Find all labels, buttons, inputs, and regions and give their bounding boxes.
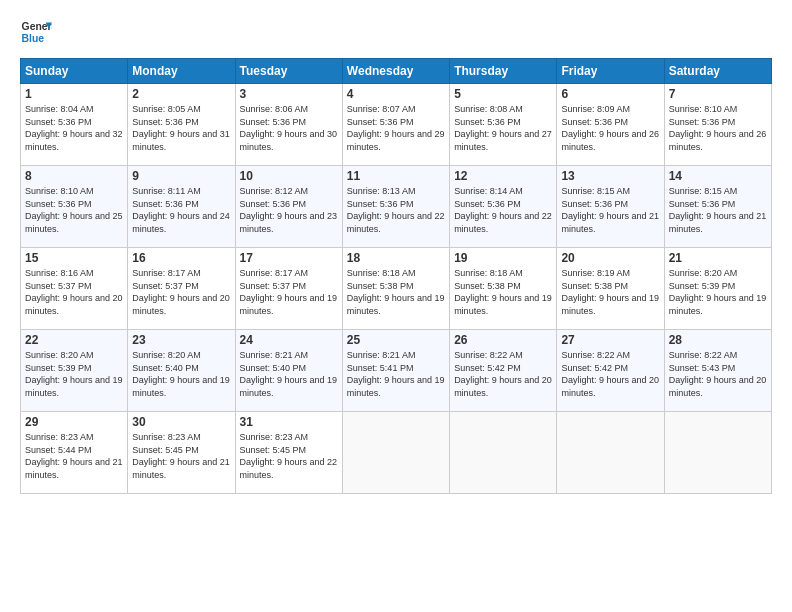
day-number: 7 (669, 87, 767, 101)
day-cell: 8 Sunrise: 8:10 AMSunset: 5:36 PMDayligh… (21, 166, 128, 248)
day-cell: 7 Sunrise: 8:10 AMSunset: 5:36 PMDayligh… (664, 84, 771, 166)
day-number: 4 (347, 87, 445, 101)
day-number: 9 (132, 169, 230, 183)
weekday-thursday: Thursday (450, 59, 557, 84)
day-info: Sunrise: 8:08 AMSunset: 5:36 PMDaylight:… (454, 103, 552, 153)
weekday-monday: Monday (128, 59, 235, 84)
day-info: Sunrise: 8:17 AMSunset: 5:37 PMDaylight:… (132, 267, 230, 317)
day-number: 2 (132, 87, 230, 101)
day-number: 20 (561, 251, 659, 265)
day-number: 15 (25, 251, 123, 265)
day-number: 31 (240, 415, 338, 429)
day-number: 22 (25, 333, 123, 347)
day-cell: 6 Sunrise: 8:09 AMSunset: 5:36 PMDayligh… (557, 84, 664, 166)
day-cell: 13 Sunrise: 8:15 AMSunset: 5:36 PMDaylig… (557, 166, 664, 248)
day-info: Sunrise: 8:04 AMSunset: 5:36 PMDaylight:… (25, 103, 123, 153)
day-info: Sunrise: 8:09 AMSunset: 5:36 PMDaylight:… (561, 103, 659, 153)
week-row-1: 1 Sunrise: 8:04 AMSunset: 5:36 PMDayligh… (21, 84, 772, 166)
day-cell: 25 Sunrise: 8:21 AMSunset: 5:41 PMDaylig… (342, 330, 449, 412)
week-row-4: 22 Sunrise: 8:20 AMSunset: 5:39 PMDaylig… (21, 330, 772, 412)
day-cell: 19 Sunrise: 8:18 AMSunset: 5:38 PMDaylig… (450, 248, 557, 330)
day-info: Sunrise: 8:05 AMSunset: 5:36 PMDaylight:… (132, 103, 230, 153)
day-info: Sunrise: 8:22 AMSunset: 5:42 PMDaylight:… (561, 349, 659, 399)
day-info: Sunrise: 8:23 AMSunset: 5:45 PMDaylight:… (132, 431, 230, 481)
day-cell: 16 Sunrise: 8:17 AMSunset: 5:37 PMDaylig… (128, 248, 235, 330)
day-number: 8 (25, 169, 123, 183)
day-number: 25 (347, 333, 445, 347)
weekday-wednesday: Wednesday (342, 59, 449, 84)
day-number: 12 (454, 169, 552, 183)
day-number: 28 (669, 333, 767, 347)
day-number: 17 (240, 251, 338, 265)
day-info: Sunrise: 8:10 AMSunset: 5:36 PMDaylight:… (25, 185, 123, 235)
day-info: Sunrise: 8:17 AMSunset: 5:37 PMDaylight:… (240, 267, 338, 317)
week-row-3: 15 Sunrise: 8:16 AMSunset: 5:37 PMDaylig… (21, 248, 772, 330)
day-info: Sunrise: 8:14 AMSunset: 5:36 PMDaylight:… (454, 185, 552, 235)
day-info: Sunrise: 8:19 AMSunset: 5:38 PMDaylight:… (561, 267, 659, 317)
day-cell: 1 Sunrise: 8:04 AMSunset: 5:36 PMDayligh… (21, 84, 128, 166)
day-cell (450, 412, 557, 494)
day-number: 14 (669, 169, 767, 183)
day-cell: 24 Sunrise: 8:21 AMSunset: 5:40 PMDaylig… (235, 330, 342, 412)
weekday-header-row: SundayMondayTuesdayWednesdayThursdayFrid… (21, 59, 772, 84)
day-cell: 27 Sunrise: 8:22 AMSunset: 5:42 PMDaylig… (557, 330, 664, 412)
day-info: Sunrise: 8:21 AMSunset: 5:41 PMDaylight:… (347, 349, 445, 399)
header: General Blue (20, 16, 772, 48)
day-info: Sunrise: 8:20 AMSunset: 5:39 PMDaylight:… (25, 349, 123, 399)
day-cell (664, 412, 771, 494)
day-info: Sunrise: 8:11 AMSunset: 5:36 PMDaylight:… (132, 185, 230, 235)
day-cell: 2 Sunrise: 8:05 AMSunset: 5:36 PMDayligh… (128, 84, 235, 166)
day-number: 13 (561, 169, 659, 183)
day-info: Sunrise: 8:06 AMSunset: 5:36 PMDaylight:… (240, 103, 338, 153)
day-cell (557, 412, 664, 494)
day-info: Sunrise: 8:18 AMSunset: 5:38 PMDaylight:… (347, 267, 445, 317)
day-number: 6 (561, 87, 659, 101)
day-cell: 10 Sunrise: 8:12 AMSunset: 5:36 PMDaylig… (235, 166, 342, 248)
day-number: 27 (561, 333, 659, 347)
day-info: Sunrise: 8:22 AMSunset: 5:42 PMDaylight:… (454, 349, 552, 399)
day-info: Sunrise: 8:21 AMSunset: 5:40 PMDaylight:… (240, 349, 338, 399)
week-row-5: 29 Sunrise: 8:23 AMSunset: 5:44 PMDaylig… (21, 412, 772, 494)
day-info: Sunrise: 8:15 AMSunset: 5:36 PMDaylight:… (669, 185, 767, 235)
day-number: 26 (454, 333, 552, 347)
day-number: 16 (132, 251, 230, 265)
week-row-2: 8 Sunrise: 8:10 AMSunset: 5:36 PMDayligh… (21, 166, 772, 248)
day-cell: 14 Sunrise: 8:15 AMSunset: 5:36 PMDaylig… (664, 166, 771, 248)
day-cell: 18 Sunrise: 8:18 AMSunset: 5:38 PMDaylig… (342, 248, 449, 330)
day-cell: 17 Sunrise: 8:17 AMSunset: 5:37 PMDaylig… (235, 248, 342, 330)
day-cell: 3 Sunrise: 8:06 AMSunset: 5:36 PMDayligh… (235, 84, 342, 166)
day-info: Sunrise: 8:22 AMSunset: 5:43 PMDaylight:… (669, 349, 767, 399)
weekday-tuesday: Tuesday (235, 59, 342, 84)
day-cell: 20 Sunrise: 8:19 AMSunset: 5:38 PMDaylig… (557, 248, 664, 330)
day-number: 29 (25, 415, 123, 429)
day-cell: 26 Sunrise: 8:22 AMSunset: 5:42 PMDaylig… (450, 330, 557, 412)
day-info: Sunrise: 8:20 AMSunset: 5:39 PMDaylight:… (669, 267, 767, 317)
day-info: Sunrise: 8:12 AMSunset: 5:36 PMDaylight:… (240, 185, 338, 235)
day-info: Sunrise: 8:23 AMSunset: 5:44 PMDaylight:… (25, 431, 123, 481)
day-number: 10 (240, 169, 338, 183)
day-number: 3 (240, 87, 338, 101)
day-cell: 31 Sunrise: 8:23 AMSunset: 5:45 PMDaylig… (235, 412, 342, 494)
day-info: Sunrise: 8:18 AMSunset: 5:38 PMDaylight:… (454, 267, 552, 317)
day-cell: 21 Sunrise: 8:20 AMSunset: 5:39 PMDaylig… (664, 248, 771, 330)
day-number: 5 (454, 87, 552, 101)
weekday-sunday: Sunday (21, 59, 128, 84)
day-info: Sunrise: 8:20 AMSunset: 5:40 PMDaylight:… (132, 349, 230, 399)
day-info: Sunrise: 8:13 AMSunset: 5:36 PMDaylight:… (347, 185, 445, 235)
day-number: 11 (347, 169, 445, 183)
logo-icon: General Blue (20, 16, 52, 48)
day-number: 21 (669, 251, 767, 265)
day-number: 30 (132, 415, 230, 429)
day-cell: 12 Sunrise: 8:14 AMSunset: 5:36 PMDaylig… (450, 166, 557, 248)
day-info: Sunrise: 8:15 AMSunset: 5:36 PMDaylight:… (561, 185, 659, 235)
weekday-friday: Friday (557, 59, 664, 84)
calendar: SundayMondayTuesdayWednesdayThursdayFrid… (20, 58, 772, 494)
day-cell: 29 Sunrise: 8:23 AMSunset: 5:44 PMDaylig… (21, 412, 128, 494)
weekday-saturday: Saturday (664, 59, 771, 84)
day-cell: 22 Sunrise: 8:20 AMSunset: 5:39 PMDaylig… (21, 330, 128, 412)
day-info: Sunrise: 8:07 AMSunset: 5:36 PMDaylight:… (347, 103, 445, 153)
page: General Blue SundayMondayTuesdayWednesda… (0, 0, 792, 612)
day-info: Sunrise: 8:10 AMSunset: 5:36 PMDaylight:… (669, 103, 767, 153)
day-info: Sunrise: 8:16 AMSunset: 5:37 PMDaylight:… (25, 267, 123, 317)
day-cell: 9 Sunrise: 8:11 AMSunset: 5:36 PMDayligh… (128, 166, 235, 248)
